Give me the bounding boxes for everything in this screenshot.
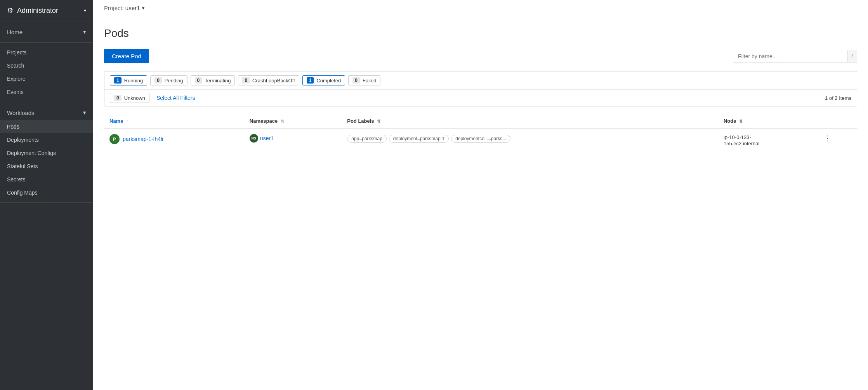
nav-section: Projects Search Explore Events: [0, 43, 93, 102]
filter-chip-pending[interactable]: 0 Pending: [150, 75, 187, 85]
label-tag-app: app=parksmap: [347, 135, 387, 143]
items-count: 1 of 2 Items: [825, 95, 851, 101]
sidebar-item-pods[interactable]: Pods: [0, 120, 93, 133]
crashloopbackoff-label: CrashLoopBackOff: [252, 78, 295, 84]
filter-chip-terminating[interactable]: 0 Terminating: [191, 75, 235, 85]
filter-chip-completed[interactable]: 1 Completed: [302, 75, 345, 85]
namespace-link[interactable]: user1: [260, 135, 274, 141]
gear-icon: ⚙: [7, 6, 13, 15]
failed-label: Failed: [363, 78, 376, 84]
filter-chip-running[interactable]: 1 Running: [110, 75, 147, 85]
project-selector[interactable]: Project: user1 ▾: [104, 5, 857, 11]
main-content: Project: user1 ▾ Pods Create Pod / 1 Run…: [93, 0, 868, 390]
filter-chip-failed[interactable]: 0 Failed: [348, 75, 380, 85]
filter-input-wrapper: /: [733, 50, 857, 63]
filter-bar-bottom: 0 Unknown Select All Filters 1 of 2 Item…: [104, 89, 857, 106]
row-actions-icon[interactable]: ⋮: [824, 134, 831, 142]
table-row: P parksmap-1-fh4lr NS user1 app=parksmap…: [104, 128, 857, 152]
workloads-section: Workloads ▾ Pods Deployments Deployment …: [0, 102, 93, 203]
column-namespace[interactable]: Namespace ⇅: [244, 114, 342, 128]
project-chevron-icon: ▾: [142, 5, 144, 11]
sidebar-item-deployments[interactable]: Deployments: [0, 133, 93, 146]
pending-count: 0: [155, 77, 162, 84]
terminating-label: Terminating: [205, 78, 231, 84]
crashloopbackoff-count: 0: [242, 77, 250, 84]
label-tag-deployment: deployment=parksmap-1: [389, 135, 449, 143]
column-actions: [819, 114, 857, 128]
labels-cell: app=parksmap deployment=parksmap-1 deplo…: [342, 128, 718, 152]
admin-label: Administrator: [17, 7, 58, 15]
sidebar-item-deployment-configs[interactable]: Deployment Configs: [0, 146, 93, 160]
chevron-down-icon: ▾: [84, 8, 86, 13]
home-section-header[interactable]: Home ▾: [0, 24, 93, 39]
running-label: Running: [124, 78, 143, 84]
terminating-count: 0: [195, 77, 202, 84]
pods-table: Name ↑ Namespace ⇅ Pod Labels ⇅ Node ⇅: [104, 114, 857, 152]
pod-avatar: P: [109, 134, 120, 144]
column-name-label: Name: [109, 118, 123, 124]
namespace-badge: NS user1: [250, 134, 274, 143]
create-pod-button[interactable]: Create Pod: [104, 49, 149, 63]
unknown-label: Unknown: [124, 95, 145, 101]
home-label: Home: [7, 29, 23, 35]
filter-by-name-input[interactable]: [733, 50, 847, 63]
home-section: Home ▾: [0, 21, 93, 43]
failed-count: 0: [352, 77, 360, 84]
column-name[interactable]: Name ↑: [104, 114, 244, 128]
sidebar-item-stateful-sets[interactable]: Stateful Sets: [0, 160, 93, 173]
toolbar: Create Pod /: [104, 49, 857, 63]
select-all-filters-link[interactable]: Select All Filters: [156, 95, 195, 101]
sidebar-item-projects[interactable]: Projects: [0, 46, 93, 59]
completed-label: Completed: [316, 78, 341, 84]
unknown-count: 0: [114, 95, 122, 101]
pod-name-link[interactable]: parksmap-1-fh4lr: [123, 136, 164, 142]
actions-cell[interactable]: ⋮: [819, 128, 857, 152]
sidebar-item-explore[interactable]: Explore: [0, 72, 93, 85]
completed-count: 1: [307, 77, 314, 84]
workloads-label: Workloads: [7, 110, 35, 116]
filter-chip-crashloopbackoff[interactable]: 0 CrashLoopBackOff: [238, 75, 299, 85]
pending-label: Pending: [165, 78, 183, 84]
column-pod-labels[interactable]: Pod Labels ⇅: [342, 114, 718, 128]
page-title: Pods: [104, 27, 857, 40]
sort-updown-icon-node: ⇅: [739, 119, 743, 124]
namespace-cell: NS user1: [244, 128, 342, 152]
sidebar: ⚙ Administrator ▾ Home ▾ Projects Search…: [0, 0, 93, 390]
sidebar-item-config-maps[interactable]: Config Maps: [0, 186, 93, 199]
filter-slash-icon: /: [847, 50, 857, 62]
sidebar-item-secrets[interactable]: Secrets: [0, 173, 93, 186]
node-cell: ip-10-0-133-155.ec2.internal: [718, 128, 819, 152]
pod-name-cell: P parksmap-1-fh4lr: [104, 128, 244, 152]
column-node-label: Node: [724, 118, 736, 124]
sort-updown-icon-namespace: ⇅: [281, 119, 284, 124]
sort-asc-icon: ↑: [126, 119, 128, 124]
admin-menu[interactable]: ⚙ Administrator ▾: [0, 0, 93, 21]
running-count: 1: [114, 77, 122, 84]
column-node[interactable]: Node ⇅: [718, 114, 819, 128]
workloads-section-header[interactable]: Workloads ▾: [0, 105, 93, 120]
topbar: Project: user1 ▾: [93, 0, 868, 16]
column-pod-labels-label: Pod Labels: [347, 118, 374, 124]
sort-updown-icon-labels: ⇅: [377, 119, 380, 124]
project-label: Project:: [104, 5, 124, 11]
sidebar-item-search[interactable]: Search: [0, 59, 93, 72]
home-chevron-icon: ▾: [83, 28, 86, 35]
label-tag-deploymentco: deploymentco...=parks...: [451, 135, 510, 143]
filter-chips-row: 1 Running 0 Pending 0 Terminating 0 Cras…: [104, 71, 857, 89]
node-name: ip-10-0-133-155.ec2.internal: [724, 134, 760, 146]
namespace-dot: NS: [250, 134, 258, 143]
column-namespace-label: Namespace: [250, 118, 278, 124]
project-value: user1: [125, 5, 140, 11]
filter-bar: 1 Running 0 Pending 0 Terminating 0 Cras…: [104, 71, 857, 106]
filter-chip-unknown[interactable]: 0 Unknown: [110, 93, 149, 103]
content-area: Pods Create Pod / 1 Running 0 Pending: [93, 16, 868, 163]
workloads-chevron-icon: ▾: [83, 109, 86, 116]
sidebar-item-events[interactable]: Events: [0, 85, 93, 99]
